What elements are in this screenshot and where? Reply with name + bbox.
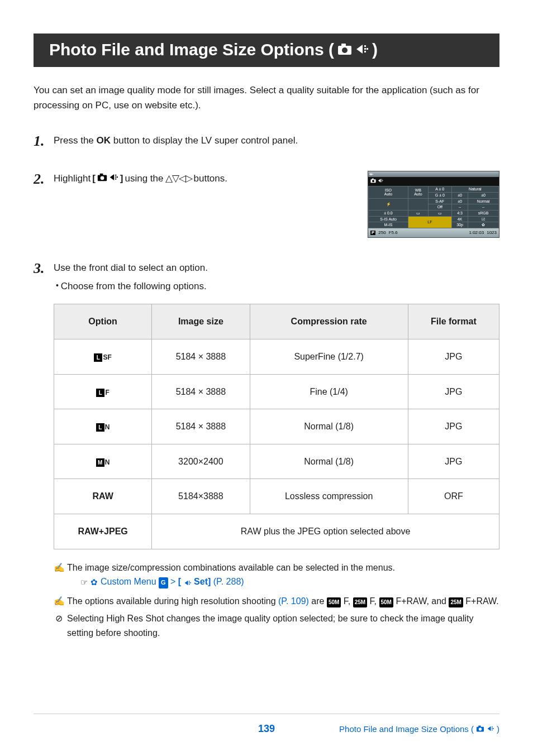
svg-rect-30 [478,726,480,728]
hires-link[interactable]: (P. 109) [278,596,309,606]
note-1: ✍ The image size/compression combination… [54,561,499,591]
options-table: Option Image size Compression rate File … [54,304,499,549]
step-3-number: 3 [34,260,46,644]
svg-rect-33 [492,726,493,728]
step-3: 3 Use the front dial to select an option… [34,260,499,644]
arrow-pad-icon: △▽◁▷ [165,171,192,186]
step-2-bracket-close: ] [120,171,123,186]
svg-rect-34 [492,728,493,729]
pointer-icon: ☞ [80,576,88,589]
step-1-pre: Press the [54,135,97,146]
col-fmt: File format [408,304,499,339]
step-2-post: buttons. [194,171,228,186]
step-2: 2 Highlight [ ] using the △▽ [34,171,499,238]
svg-rect-26 [189,582,190,583]
svg-marker-3 [356,45,363,54]
svg-rect-14 [117,177,118,178]
page-footer: 139 Photo File and Image Size Options ( … [34,714,499,734]
step-2-pre: Highlight [54,171,91,186]
svg-rect-13 [115,177,116,178]
quality-icon [109,171,118,186]
svg-rect-21 [382,180,382,181]
svg-rect-6 [367,48,368,50]
page-number: 139 [258,723,275,735]
note-3: ⊘ Selecting High Res Shot changes the im… [54,611,499,640]
step-3-bullet: Choose from the following options. [56,279,499,294]
quality-icon [184,576,192,591]
camera-icon [97,171,107,186]
svg-rect-20 [382,179,382,180]
hint-icon: ✍ [54,594,64,609]
svg-marker-32 [488,726,491,731]
step-1-post: button to display the LV super control p… [111,135,298,146]
svg-marker-24 [184,581,188,586]
camera-icon [370,178,376,185]
svg-point-10 [100,176,104,180]
lv-panel-screenshot: ↞ ISOAuto WBAuto A ± 0 [368,171,499,238]
svg-point-18 [372,180,374,183]
camera-icon [337,40,352,59]
intro-text: You can set an image quality mode for st… [34,83,499,113]
quality-icon [355,40,369,59]
custom-menu-link[interactable]: Custom Menu G > [ Set] (P. 288) [101,575,244,591]
note-2: ✍ The options available during high reso… [54,594,499,609]
hint-icon: ✍ [54,561,64,591]
svg-rect-12 [115,175,116,176]
svg-point-2 [342,47,348,53]
table-row: LF 5184 × 3888 Fine (1/4) JPG [54,374,499,409]
col-comp: Compression rate [250,304,408,339]
svg-rect-15 [115,179,116,180]
table-row: RAW 5184×3888 Lossless compression ORF [54,479,499,514]
title-close-paren: ) [372,40,378,59]
svg-rect-35 [493,728,494,729]
step-2-number: 2 [34,171,46,238]
col-option: Option [54,304,152,339]
svg-rect-27 [190,582,191,583]
svg-rect-22 [382,180,383,181]
step-3-line: Use the front dial to select an option. [54,260,499,275]
col-size: Image size [152,304,250,339]
quality-icon [487,724,494,734]
step-2-bracket-open: [ [92,171,96,186]
svg-marker-11 [110,174,115,180]
svg-marker-19 [378,179,381,183]
step-1-number: 1 [34,133,46,149]
caution-icon: ⊘ [54,611,64,640]
svg-rect-25 [189,581,190,582]
svg-rect-28 [189,584,190,585]
svg-rect-4 [364,45,366,47]
step-1-bold: OK [97,135,111,146]
note-1-text: The image size/compression combinations … [67,563,395,572]
breadcrumb[interactable]: Photo File and Image Size Options ( ) [339,724,499,734]
table-row: RAW+JPEG RAW plus the JPEG option select… [54,514,499,549]
svg-point-31 [479,728,482,730]
table-row: LSF 5184 × 3888 SuperFine (1/2.7) JPG [54,339,499,374]
page-title-text: Photo File and Image Size Options ( [49,40,334,59]
svg-rect-9 [100,174,103,175]
svg-rect-36 [492,730,493,731]
svg-rect-23 [382,181,382,182]
camera-icon [476,724,484,734]
quality-icon [378,178,383,185]
svg-rect-17 [372,179,374,180]
gear-icon: ✿ [91,576,98,589]
page-title-bar: Photo File and Image Size Options ( ) [34,34,499,67]
svg-rect-5 [364,48,366,50]
table-row: LN 5184 × 3888 Normal (1/8) JPG [54,409,499,444]
table-row: MN 3200×2400 Normal (1/8) JPG [54,444,499,479]
step-1: 1 Press the OK button to display the LV … [34,133,499,149]
svg-rect-1 [341,44,346,46]
step-2-mid: using the [125,171,164,186]
svg-rect-7 [364,51,366,52]
